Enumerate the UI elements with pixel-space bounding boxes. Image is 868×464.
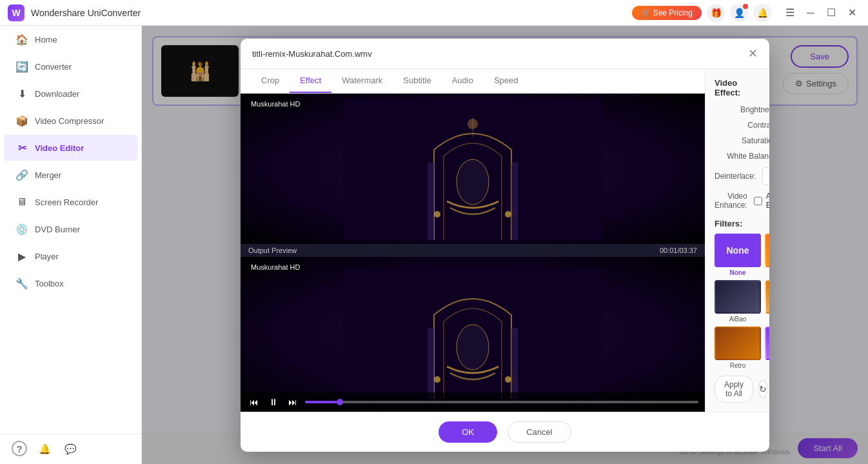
tab-subtitle[interactable]: Subtitle xyxy=(393,69,441,93)
video-temple-art-bottom xyxy=(344,270,602,399)
video-preview-top: Muskurahat HD xyxy=(241,94,705,244)
saturation-row: Saturation: 0 xyxy=(715,136,760,145)
brightness-label: Brightness: xyxy=(715,105,769,114)
close-button[interactable]: ✕ xyxy=(843,5,860,21)
filter-thumb-none: None xyxy=(715,234,761,267)
feedback-button[interactable]: 💬 xyxy=(62,441,79,458)
deinterlace-label: Deinterlace: xyxy=(715,172,762,181)
maximize-button[interactable]: ☐ xyxy=(823,5,840,21)
bell-icon: 🔔 xyxy=(757,8,768,18)
sidebar-item-toolbox[interactable]: 🔧 Toolbox xyxy=(4,270,137,296)
bell-button[interactable]: 🔔 xyxy=(753,4,771,22)
tab-speed[interactable]: Speed xyxy=(484,69,529,93)
filter-none[interactable]: None None xyxy=(715,234,761,276)
svg-point-3 xyxy=(505,211,511,217)
sidebar-item-player[interactable]: ▶ Player xyxy=(4,243,137,269)
dialog-close-button[interactable]: ✕ xyxy=(748,46,758,61)
tab-audio[interactable]: Audio xyxy=(442,69,484,93)
dialog-right: Video Effect: Brightness: 0 xyxy=(705,69,769,412)
toolbox-icon: 🔧 xyxy=(15,277,28,290)
dialog-body: Crop Effect Watermark Subtitle Audio Spe… xyxy=(241,69,769,412)
gift-icon: 🎁 xyxy=(711,8,722,18)
output-bar: Output Preview 00:01/03:37 xyxy=(241,244,705,257)
progress-dot xyxy=(337,399,343,405)
next-button[interactable]: ⏭ xyxy=(286,395,300,409)
sidebar-item-downloader[interactable]: ⬇ Downloader xyxy=(4,81,137,106)
dialog-left: Crop Effect Watermark Subtitle Audio Spe… xyxy=(241,69,705,412)
downloader-icon: ⬇ xyxy=(15,87,28,100)
contrast-row: Contrast: 0 xyxy=(715,121,760,130)
effect-dialog: titli-remix-Muskurahat.Com.wmv ✕ Crop Ef… xyxy=(241,39,769,452)
see-pricing-button[interactable]: 🛒 See Pricing xyxy=(632,6,702,20)
cancel-button[interactable]: Cancel xyxy=(508,421,571,443)
filter-thumb-holiday xyxy=(765,234,769,267)
title-bar-right: 🛒 See Pricing 🎁 👤 🔔 ☰ ─ ☐ ✕ xyxy=(632,4,860,22)
playback-controls: ⏮ ⏸ ⏭ xyxy=(241,392,705,412)
svg-point-1 xyxy=(457,159,489,205)
video-editor-label: Video Editor xyxy=(35,143,84,153)
filter-holiday[interactable]: Holiday xyxy=(765,234,769,276)
video-temple-art-top xyxy=(344,98,602,240)
filter-thumb-retro xyxy=(715,327,761,360)
reset-filters-button[interactable]: ↻ xyxy=(758,380,767,398)
sidebar-item-home[interactable]: 🏠 Home xyxy=(4,26,137,52)
auto-enhance-checkbox[interactable] xyxy=(754,197,762,205)
sidebar-item-converter[interactable]: 🔄 Converter xyxy=(4,54,137,79)
app-title: Wondershare UniConverter xyxy=(31,8,141,18)
dvd-burner-label: DVD Burner xyxy=(35,225,80,234)
contrast-label: Contrast: xyxy=(715,121,769,130)
logo-text: W xyxy=(12,8,20,18)
filter-glow[interactable]: Glow xyxy=(765,327,769,369)
filter-name-aibao: AiBao xyxy=(729,316,747,323)
converter-label: Converter xyxy=(35,62,72,72)
ok-button[interactable]: OK xyxy=(439,421,497,443)
tab-watermark[interactable]: Watermark xyxy=(331,69,393,93)
sidebar-item-screen-recorder[interactable]: 🖥 Screen Recorder xyxy=(4,189,137,215)
screen-recorder-icon: 🖥 xyxy=(15,196,28,208)
sidebar-item-video-compressor[interactable]: 📦 Video Compressor xyxy=(4,108,137,134)
menu-button[interactable]: ☰ xyxy=(782,5,798,21)
deinterlace-select[interactable]: None Blend Bob Linear xyxy=(762,167,769,185)
dvd-burner-icon: 💿 xyxy=(15,223,28,236)
filter-sunkissed[interactable]: SunKissed xyxy=(765,280,769,323)
filter-aibao[interactable]: AiBao xyxy=(715,280,761,323)
white-balance-label: White Balance: xyxy=(715,152,769,161)
filter-name-none: None xyxy=(730,269,746,276)
sidebar-item-video-editor[interactable]: ✂ Video Editor xyxy=(4,135,137,161)
video-editor-icon: ✂ xyxy=(15,141,28,154)
user-button[interactable]: 👤 xyxy=(730,4,748,22)
apply-to-all-button[interactable]: Apply to All xyxy=(715,376,753,403)
video-effect-title: Video Effect: xyxy=(715,78,760,97)
prev-button[interactable]: ⏮ xyxy=(247,395,261,409)
progress-bar[interactable] xyxy=(305,401,698,403)
user-notif-badge xyxy=(743,4,748,9)
filter-name-retro: Retro xyxy=(730,362,745,369)
progress-fill xyxy=(305,401,337,403)
home-label: Home xyxy=(35,35,57,45)
merger-icon: 🔗 xyxy=(15,168,28,181)
video-bg-bottom xyxy=(241,257,705,412)
video-bg-top xyxy=(241,94,705,244)
sidebar-item-merger[interactable]: 🔗 Merger xyxy=(4,162,137,188)
dialog-header: titli-remix-Muskurahat.Com.wmv ✕ xyxy=(241,39,769,69)
help-button[interactable]: ? xyxy=(12,441,27,456)
sidebar-bottom: ? 🔔 💬 xyxy=(0,434,141,464)
merger-label: Merger xyxy=(35,170,61,180)
gift-button[interactable]: 🎁 xyxy=(707,4,725,22)
sidebar-item-dvd-burner[interactable]: 💿 DVD Burner xyxy=(4,216,137,242)
screen-recorder-label: Screen Recorder xyxy=(35,197,98,207)
home-icon: 🏠 xyxy=(15,33,28,46)
notifications-button[interactable]: 🔔 xyxy=(36,441,53,458)
minimize-button[interactable]: ─ xyxy=(802,5,819,21)
pause-button[interactable]: ⏸ xyxy=(266,395,281,409)
tab-effect[interactable]: Effect xyxy=(290,69,331,93)
auto-enhance-label[interactable]: Auto Enhance xyxy=(754,192,769,210)
video-compressor-icon: 📦 xyxy=(15,114,28,127)
svg-rect-12 xyxy=(428,328,434,399)
dialog-title: titli-remix-Muskurahat.Com.wmv xyxy=(252,49,372,59)
tab-crop[interactable]: Crop xyxy=(251,69,290,93)
filter-retro[interactable]: Retro xyxy=(715,327,761,369)
title-bar: W Wondershare UniConverter 🛒 See Pricing… xyxy=(0,0,868,26)
main-layout: 🏠 Home 🔄 Converter ⬇ Downloader 📦 Video … xyxy=(0,26,868,464)
filters-actions: Apply to All ↻ xyxy=(715,376,760,403)
